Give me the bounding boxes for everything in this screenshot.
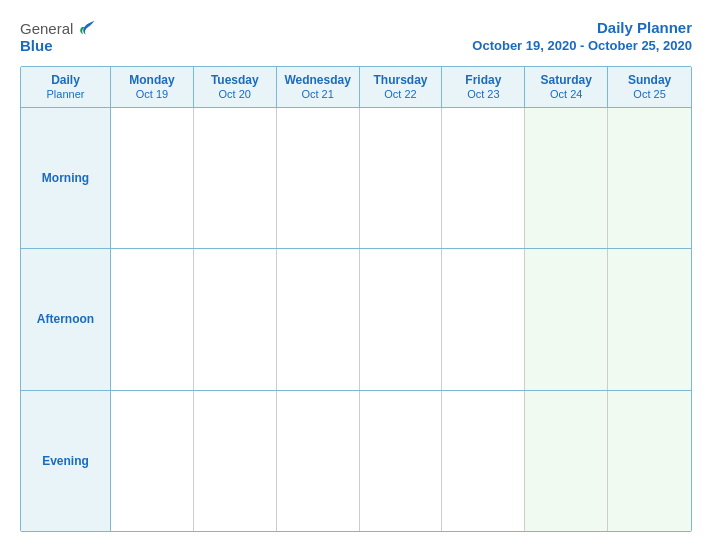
- afternoon-row: Afternoon: [21, 249, 691, 390]
- logo: General Blue: [20, 18, 97, 53]
- header-thursday-day: Thursday: [373, 73, 427, 87]
- header-wednesday-date: Oct 21: [301, 88, 333, 101]
- evening-wednesday[interactable]: [277, 391, 360, 531]
- calendar: Daily Planner Monday Oct 19 Tuesday Oct …: [20, 66, 692, 532]
- morning-friday[interactable]: [442, 108, 525, 248]
- header-sunday-day: Sunday: [628, 73, 671, 87]
- header-friday-date: Oct 23: [467, 88, 499, 101]
- header-saturday: Saturday Oct 24: [525, 67, 608, 107]
- morning-tuesday[interactable]: [194, 108, 277, 248]
- afternoon-tuesday[interactable]: [194, 249, 277, 389]
- header-wednesday: Wednesday Oct 21: [277, 67, 360, 107]
- afternoon-saturday[interactable]: [525, 249, 608, 389]
- header-wednesday-day: Wednesday: [284, 73, 350, 87]
- header-monday: Monday Oct 19: [111, 67, 194, 107]
- morning-row: Morning: [21, 108, 691, 249]
- evening-sunday[interactable]: [608, 391, 691, 531]
- afternoon-thursday[interactable]: [360, 249, 443, 389]
- header-saturday-date: Oct 24: [550, 88, 582, 101]
- header-thursday: Thursday Oct 22: [360, 67, 443, 107]
- morning-thursday[interactable]: [360, 108, 443, 248]
- afternoon-label-cell: Afternoon: [21, 249, 111, 389]
- morning-label: Morning: [42, 171, 89, 185]
- title-block: Daily Planner October 19, 2020 - October…: [472, 18, 692, 54]
- evening-label: Evening: [42, 454, 89, 468]
- header-saturday-day: Saturday: [541, 73, 592, 87]
- afternoon-friday[interactable]: [442, 249, 525, 389]
- header: General Blue Daily Planner October 19, 2…: [20, 18, 692, 54]
- morning-monday[interactable]: [111, 108, 194, 248]
- header-daily-label: Daily: [51, 73, 80, 87]
- page: General Blue Daily Planner October 19, 2…: [0, 0, 712, 550]
- logo-bird-icon: [75, 18, 97, 40]
- header-friday: Friday Oct 23: [442, 67, 525, 107]
- header-monday-date: Oct 19: [136, 88, 168, 101]
- evening-monday[interactable]: [111, 391, 194, 531]
- calendar-header: Daily Planner Monday Oct 19 Tuesday Oct …: [21, 67, 691, 108]
- header-sunday-date: Oct 25: [633, 88, 665, 101]
- header-friday-day: Friday: [465, 73, 501, 87]
- logo-general: General: [20, 21, 73, 36]
- evening-thursday[interactable]: [360, 391, 443, 531]
- header-tuesday: Tuesday Oct 20: [194, 67, 277, 107]
- header-thursday-date: Oct 22: [384, 88, 416, 101]
- evening-row: Evening: [21, 391, 691, 531]
- morning-saturday[interactable]: [525, 108, 608, 248]
- evening-friday[interactable]: [442, 391, 525, 531]
- evening-saturday[interactable]: [525, 391, 608, 531]
- evening-tuesday[interactable]: [194, 391, 277, 531]
- header-label-cell: Daily Planner: [21, 67, 111, 107]
- afternoon-sunday[interactable]: [608, 249, 691, 389]
- header-tuesday-day: Tuesday: [211, 73, 259, 87]
- morning-sunday[interactable]: [608, 108, 691, 248]
- header-planner-label: Planner: [47, 88, 85, 101]
- header-tuesday-date: Oct 20: [219, 88, 251, 101]
- header-sunday: Sunday Oct 25: [608, 67, 691, 107]
- afternoon-label: Afternoon: [37, 312, 94, 326]
- morning-label-cell: Morning: [21, 108, 111, 248]
- title-main: Daily Planner: [472, 18, 692, 38]
- morning-wednesday[interactable]: [277, 108, 360, 248]
- afternoon-monday[interactable]: [111, 249, 194, 389]
- title-sub: October 19, 2020 - October 25, 2020: [472, 38, 692, 55]
- logo-blue: Blue: [20, 38, 53, 53]
- afternoon-wednesday[interactable]: [277, 249, 360, 389]
- calendar-body: Morning Afternoon: [21, 108, 691, 531]
- evening-label-cell: Evening: [21, 391, 111, 531]
- header-monday-day: Monday: [129, 73, 174, 87]
